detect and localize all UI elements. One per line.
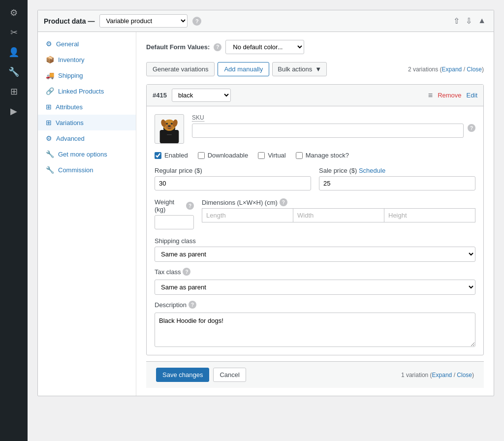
downloadable-checkbox[interactable] <box>198 152 205 159</box>
sidebar-item-linked-products[interactable]: 🔗 Linked Products <box>38 83 136 99</box>
variations-icon: ⊞ <box>46 119 52 126</box>
woocommerce-icon[interactable]: ⚙ <box>5 4 23 22</box>
virtual-checkbox-label[interactable]: Virtual <box>258 152 286 159</box>
description-textarea[interactable]: Black Hoodie for dogs! <box>155 313 475 347</box>
svg-point-6 <box>166 123 168 125</box>
sidebar-item-attributes[interactable]: ⊞ Attributes <box>38 99 136 115</box>
product-nav: ⚙ General 📦 Inventory 🚚 Shipping 🔗 Linke… <box>38 32 136 396</box>
expand-icon[interactable]: ▲ <box>476 15 488 27</box>
svg-point-5 <box>168 125 171 127</box>
sku-help-icon[interactable]: ? <box>468 124 475 132</box>
regular-price-group: Regular price ($) <box>155 167 311 190</box>
default-form-row: Default Form Values: ? No default color.… <box>146 40 484 54</box>
bulk-actions-chevron-icon: ▼ <box>315 65 321 73</box>
product-data-box: Product data — Variable product Simple p… <box>37 10 494 396</box>
downloadable-checkbox-label[interactable]: Downloadable <box>198 152 248 159</box>
weight-group: Weight (kg) ? <box>155 198 194 229</box>
drag-handle-icon[interactable]: ≡ <box>428 91 433 100</box>
length-input[interactable] <box>202 208 293 222</box>
dimensions-row: Weight (kg) ? Dimensions (L×W×H) (cm) ? <box>155 198 475 229</box>
weight-help-icon[interactable]: ? <box>186 202 194 210</box>
width-input[interactable] <box>293 208 384 222</box>
close-link[interactable]: Close <box>467 66 482 73</box>
manage-stock-checkbox[interactable] <box>296 152 303 159</box>
variation-id: #415 <box>153 92 167 99</box>
sku-label: SKU <box>192 114 204 122</box>
description-label: Description <box>155 301 187 309</box>
variation-header: #415 black white blue red ≡ Remove Edit <box>147 85 483 106</box>
footer-close-link[interactable]: Close <box>457 372 472 378</box>
sidebar-item-commission[interactable]: 🔧 Commission <box>38 162 136 178</box>
sidebar-item-inventory[interactable]: 📦 Inventory <box>38 52 136 67</box>
sidebar-item-get-more-options[interactable]: 🔧 Get more options <box>38 146 136 162</box>
dimensions-label-row: Dimensions (L×W×H) (cm) ? <box>202 198 475 206</box>
expand-link[interactable]: Expand <box>442 66 462 73</box>
action-buttons-row: Generate variations Add manually Bulk ac… <box>146 62 484 76</box>
tax-class-select[interactable]: Same as parent Standard Reduced Rate Zer… <box>155 280 475 295</box>
remove-link[interactable]: Remove <box>438 92 461 99</box>
add-manually-button[interactable]: Add manually <box>218 62 269 76</box>
grid-icon[interactable]: ⊞ <box>5 83 23 100</box>
sale-price-input[interactable] <box>319 176 475 190</box>
dimensions-group: Dimensions (L×W×H) (cm) ? <box>202 198 475 229</box>
regular-price-input[interactable] <box>155 176 311 190</box>
variations-count: 2 variations (Expand / Close) <box>408 66 484 73</box>
svg-point-7 <box>171 123 173 125</box>
collapse-down-icon[interactable]: ⇩ <box>464 15 474 27</box>
bulk-actions-button[interactable]: Bulk actions ▼ <box>272 62 327 76</box>
sidebar-item-advanced[interactable]: ⚙ Advanced <box>38 130 136 146</box>
product-type-help-icon[interactable]: ? <box>192 17 201 26</box>
tools-icon[interactable]: 🔧 <box>5 63 23 81</box>
product-type-select[interactable]: Variable product Simple product Grouped … <box>99 14 188 28</box>
dimensions-label: Dimensions (L×W×H) (cm) <box>202 199 278 206</box>
dimensions-inputs <box>202 208 475 222</box>
sidebar-item-general[interactable]: ⚙ General <box>38 36 136 52</box>
schedule-link[interactable]: Schedule <box>359 167 385 174</box>
save-changes-button[interactable]: Save changes <box>156 368 209 382</box>
linked-products-icon: 🔗 <box>46 87 54 95</box>
user-icon[interactable]: 👤 <box>5 43 23 61</box>
product-data-body: ⚙ General 📦 Inventory 🚚 Shipping 🔗 Linke… <box>38 32 494 396</box>
shipping-class-select[interactable]: Same as parent No shipping class Standar… <box>155 247 475 262</box>
description-help-icon[interactable]: ? <box>189 301 196 309</box>
enabled-checkbox[interactable] <box>155 152 161 159</box>
collapse-up-icon[interactable]: ⇧ <box>451 15 462 27</box>
play-icon[interactable]: ▶ <box>5 102 23 120</box>
dimensions-help-icon[interactable]: ? <box>280 198 287 206</box>
svg-rect-0 <box>160 130 179 143</box>
sale-price-label: Sale price ($) Schedule <box>319 167 475 174</box>
product-footer: Save changes Cancel 1 variation (Expand … <box>146 361 484 388</box>
weight-input[interactable] <box>155 215 194 229</box>
manage-stock-checkbox-label[interactable]: Manage stock? <box>296 152 349 159</box>
default-form-select[interactable]: No default color... Black White Blue <box>225 40 304 54</box>
attributes-icon: ⊞ <box>46 103 52 111</box>
main-content: Product data — Variable product Simple p… <box>28 0 504 441</box>
sidebar-item-variations[interactable]: ⊞ Variations <box>38 115 136 130</box>
get-more-options-icon: 🔧 <box>46 150 54 158</box>
product-image-svg <box>155 114 184 144</box>
sku-input[interactable] <box>192 124 464 138</box>
general-icon: ⚙ <box>46 40 52 48</box>
footer-expand-link[interactable]: Expand <box>432 372 452 378</box>
default-form-help-icon[interactable]: ? <box>214 43 221 51</box>
height-input[interactable] <box>384 208 475 222</box>
generate-variations-button[interactable]: Generate variations <box>146 62 215 76</box>
footer-variation-count: 1 variation (Expand / Close) <box>401 372 474 378</box>
tax-class-help-icon[interactable]: ? <box>183 268 190 276</box>
variation-color-select[interactable]: black white blue red <box>172 89 231 102</box>
cancel-button[interactable]: Cancel <box>213 368 246 382</box>
sale-price-group: Sale price ($) Schedule <box>319 167 475 190</box>
enabled-checkbox-label[interactable]: Enabled <box>155 152 188 159</box>
header-controls: ⇧ ⇩ ▲ <box>451 15 488 27</box>
shipping-class-label: Shipping class <box>155 237 475 245</box>
wp-admin-sidebar: ⚙ ✂ 👤 🔧 ⊞ ▶ <box>0 0 28 441</box>
sidebar-item-shipping[interactable]: 🚚 Shipping <box>38 67 136 83</box>
variation-thumbnail[interactable] <box>155 114 184 144</box>
scissors-icon[interactable]: ✂ <box>5 24 23 41</box>
inventory-icon: 📦 <box>46 56 54 63</box>
price-row: Regular price ($) Sale price ($) Schedul… <box>155 167 475 190</box>
advanced-icon: ⚙ <box>46 134 52 142</box>
edit-link[interactable]: Edit <box>467 92 477 99</box>
shipping-icon: 🚚 <box>46 71 54 79</box>
virtual-checkbox[interactable] <box>258 152 265 159</box>
